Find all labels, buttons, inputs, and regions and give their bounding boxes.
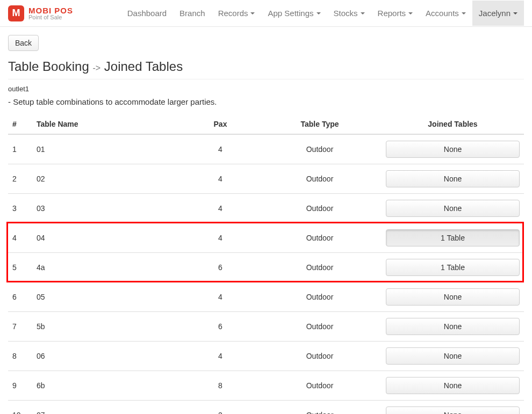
joined-tables-button[interactable]: 1 Table: [386, 229, 520, 246]
cell-name: 05: [32, 282, 183, 312]
cell-num: 8: [8, 342, 32, 371]
table-row: 6054OutdoorNone: [8, 282, 524, 312]
cell-joined: 1 Table: [382, 223, 524, 253]
chevron-down-icon: [462, 12, 466, 14]
chevron-down-icon: [513, 12, 517, 14]
cell-pax: 4: [183, 342, 258, 371]
chevron-down-icon: [408, 12, 413, 14]
cell-type: Outdoor: [258, 342, 382, 371]
cell-name: 01: [32, 134, 183, 164]
back-button[interactable]: Back: [8, 35, 39, 51]
nav-records[interactable]: Records: [212, 1, 262, 26]
joined-tables-button[interactable]: None: [386, 288, 520, 306]
page-container: Back Table Booking -> Joined Tables outl…: [0, 27, 532, 414]
cell-type: Outdoor: [258, 401, 382, 415]
nav-dashboard[interactable]: Dashboard: [121, 1, 173, 26]
cell-pax: 4: [183, 194, 258, 223]
table-row: 4044Outdoor1 Table: [8, 223, 524, 253]
cell-num: 3: [8, 194, 32, 223]
cell-name: 4a: [32, 253, 183, 282]
cell-name: 06: [32, 342, 183, 371]
table-row: 3034OutdoorNone: [8, 194, 524, 223]
cell-joined: None: [382, 342, 524, 371]
nav-stocks[interactable]: Stocks: [327, 1, 371, 26]
page-title: Table Booking -> Joined Tables: [8, 59, 524, 79]
cell-num: 9: [8, 371, 32, 401]
cell-type: Outdoor: [258, 164, 382, 194]
brand[interactable]: M MOBI POS Point of Sale: [8, 5, 73, 21]
cell-pax: 4: [183, 164, 258, 194]
main-nav: Dashboard Branch Records App Settings St…: [121, 1, 524, 26]
cell-num: 2: [8, 164, 32, 194]
cell-pax: 6: [183, 312, 258, 342]
joined-tables-button[interactable]: None: [386, 406, 520, 414]
table-row: 10072OutdoorNone: [8, 401, 524, 415]
outlet-name: outlet1: [8, 85, 524, 93]
cell-name: 03: [32, 194, 183, 223]
table-row: 8064OutdoorNone: [8, 342, 524, 371]
joined-tables-button[interactable]: None: [386, 347, 520, 365]
nav-branch[interactable]: Branch: [173, 1, 212, 26]
cell-num: 4: [8, 223, 32, 253]
header-pax: Pax: [183, 114, 258, 134]
joined-tables-table: # Table Name Pax Table Type Joined Table…: [8, 114, 524, 414]
cell-pax: 4: [183, 223, 258, 253]
nav-records-label: Records: [218, 9, 248, 18]
table-row: 96b8OutdoorNone: [8, 371, 524, 401]
chevron-down-icon: [361, 12, 365, 14]
cell-pax: 4: [183, 134, 258, 164]
joined-tables-button[interactable]: 1 Table: [386, 259, 520, 276]
nav-accounts-label: Accounts: [426, 9, 459, 18]
table-row: 2024OutdoorNone: [8, 164, 524, 194]
cell-joined: None: [382, 282, 524, 312]
cell-name: 5b: [32, 312, 183, 342]
cell-num: 5: [8, 253, 32, 282]
nav-app-settings[interactable]: App Settings: [261, 1, 327, 26]
header-name: Table Name: [32, 114, 183, 134]
cell-type: Outdoor: [258, 223, 382, 253]
cell-type: Outdoor: [258, 371, 382, 401]
cell-joined: None: [382, 371, 524, 401]
cell-num: 6: [8, 282, 32, 312]
cell-joined: None: [382, 134, 524, 164]
header-joined: Joined Tables: [382, 114, 524, 134]
cell-type: Outdoor: [258, 312, 382, 342]
page-description: - Setup table combinations to accommodat…: [8, 97, 524, 106]
nav-user-label: Jacelynn: [479, 9, 511, 18]
cell-type: Outdoor: [258, 134, 382, 164]
title-part2: Joined Tables: [104, 59, 183, 74]
nav-reports[interactable]: Reports: [371, 1, 420, 26]
cell-type: Outdoor: [258, 282, 382, 312]
cell-type: Outdoor: [258, 194, 382, 223]
nav-stocks-label: Stocks: [334, 9, 358, 18]
joined-tables-button[interactable]: None: [386, 170, 520, 187]
brand-title: MOBI POS: [28, 6, 73, 14]
table-row: 54a6Outdoor1 Table: [8, 253, 524, 282]
nav-accounts[interactable]: Accounts: [419, 1, 472, 26]
cell-joined: None: [382, 164, 524, 194]
navbar: M MOBI POS Point of Sale Dashboard Branc…: [0, 0, 532, 27]
title-part1: Table Booking: [8, 59, 89, 74]
title-arrow: ->: [92, 63, 100, 72]
nav-user[interactable]: Jacelynn: [472, 1, 524, 26]
joined-tables-button[interactable]: None: [386, 318, 520, 335]
chevron-down-icon: [317, 12, 321, 14]
joined-tables-button[interactable]: None: [386, 200, 520, 217]
cell-name: 04: [32, 223, 183, 253]
table-wrap: # Table Name Pax Table Type Joined Table…: [8, 114, 524, 414]
nav-app-settings-label: App Settings: [268, 9, 313, 18]
brand-icon: M: [8, 5, 24, 21]
nav-reports-label: Reports: [378, 9, 406, 18]
brand-subtitle: Point of Sale: [28, 14, 73, 20]
cell-pax: 4: [183, 282, 258, 312]
cell-joined: 1 Table: [382, 253, 524, 282]
cell-name: 6b: [32, 371, 183, 401]
table-row: 75b6OutdoorNone: [8, 312, 524, 342]
brand-text: MOBI POS Point of Sale: [28, 6, 73, 20]
cell-joined: None: [382, 312, 524, 342]
cell-name: 07: [32, 401, 183, 415]
joined-tables-button[interactable]: None: [386, 141, 520, 158]
table-header-row: # Table Name Pax Table Type Joined Table…: [8, 114, 524, 134]
cell-joined: None: [382, 194, 524, 223]
joined-tables-button[interactable]: None: [386, 377, 520, 394]
